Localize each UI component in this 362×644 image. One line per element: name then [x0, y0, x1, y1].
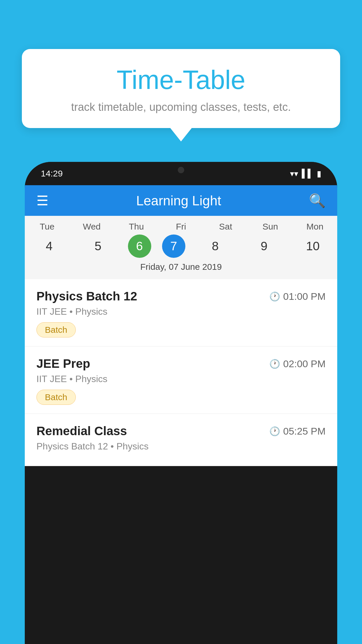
day-num-10[interactable]: 10 [294, 235, 332, 258]
day-label-mon: Mon [296, 222, 334, 232]
day-num-8[interactable]: 8 [196, 235, 234, 258]
status-bar: 14:29 ▾▾ ▌▌ ▮ [25, 162, 337, 185]
clock-icon: 🕐 [269, 291, 280, 302]
day-num-7[interactable]: 7 [162, 235, 185, 258]
search-icon[interactable]: 🔍 [309, 193, 326, 209]
status-time: 14:29 [41, 169, 63, 178]
app-bar-title: Learning Light [57, 193, 300, 209]
class-time: 🕐 05:25 PM [269, 426, 326, 437]
class-item-2[interactable]: Remedial Class🕐 05:25 PMPhysics Batch 12… [25, 414, 337, 466]
selected-date: Friday, 07 June 2019 [25, 258, 337, 275]
calendar-strip: TueWedThuFriSatSunMon 45678910 Friday, 0… [25, 216, 337, 279]
class-item-0[interactable]: Physics Batch 12🕐 01:00 PMIIT JEE • Phys… [25, 279, 337, 346]
camera-icon [178, 167, 184, 173]
clock-icon: 🕐 [269, 426, 280, 436]
app-bar: ☰ Learning Light 🔍 [25, 185, 337, 216]
day-label-sat: Sat [207, 222, 245, 232]
day-label-wed: Wed [73, 222, 111, 232]
class-subtitle: IIT JEE • Physics [36, 306, 326, 317]
clock-icon: 🕐 [269, 359, 280, 369]
day-num-4[interactable]: 4 [30, 235, 68, 258]
day-label-fri: Fri [162, 222, 200, 232]
class-name: JEE Prep [36, 357, 90, 371]
battery-icon: ▮ [317, 169, 321, 178]
day-numbers: 45678910 [25, 235, 337, 258]
class-time: 🕐 01:00 PM [269, 291, 326, 302]
wifi-icon: ▾▾ [290, 169, 298, 178]
signal-icon: ▌▌ [302, 169, 313, 178]
day-label-sun: Sun [251, 222, 289, 232]
phone-shell: 14:29 ▾▾ ▌▌ ▮ ☰ Learning Light 🔍 TueWedT… [25, 162, 337, 644]
class-subtitle: Physics Batch 12 • Physics [36, 441, 326, 452]
tooltip-title: Time-Table [39, 65, 323, 95]
class-subtitle: IIT JEE • Physics [36, 374, 326, 384]
class-name: Physics Batch 12 [36, 289, 137, 303]
class-row-top: Remedial Class🕐 05:25 PM [36, 424, 326, 438]
class-row-top: Physics Batch 12🕐 01:00 PM [36, 289, 326, 303]
class-name: Remedial Class [36, 424, 127, 438]
classes-list: Physics Batch 12🕐 01:00 PMIIT JEE • Phys… [25, 279, 337, 466]
day-headers: TueWedThuFriSatSunMon [25, 222, 337, 232]
batch-badge: Batch [36, 322, 76, 337]
day-num-9[interactable]: 9 [245, 235, 283, 258]
hamburger-icon[interactable]: ☰ [36, 194, 48, 207]
class-time: 🕐 02:00 PM [269, 358, 326, 370]
status-icons: ▾▾ ▌▌ ▮ [290, 169, 321, 178]
tooltip-card: Time-Table track timetable, upcoming cla… [22, 49, 340, 128]
class-item-1[interactable]: JEE Prep🕐 02:00 PMIIT JEE • PhysicsBatch [25, 346, 337, 414]
batch-badge: Batch [36, 390, 76, 405]
day-num-6[interactable]: 6 [128, 235, 151, 258]
day-label-thu: Thu [117, 222, 155, 232]
tooltip-subtitle: track timetable, upcoming classes, tests… [39, 101, 323, 113]
day-label-tue: Tue [28, 222, 66, 232]
notch [158, 162, 204, 178]
class-row-top: JEE Prep🕐 02:00 PM [36, 357, 326, 371]
day-num-5[interactable]: 5 [79, 235, 117, 258]
